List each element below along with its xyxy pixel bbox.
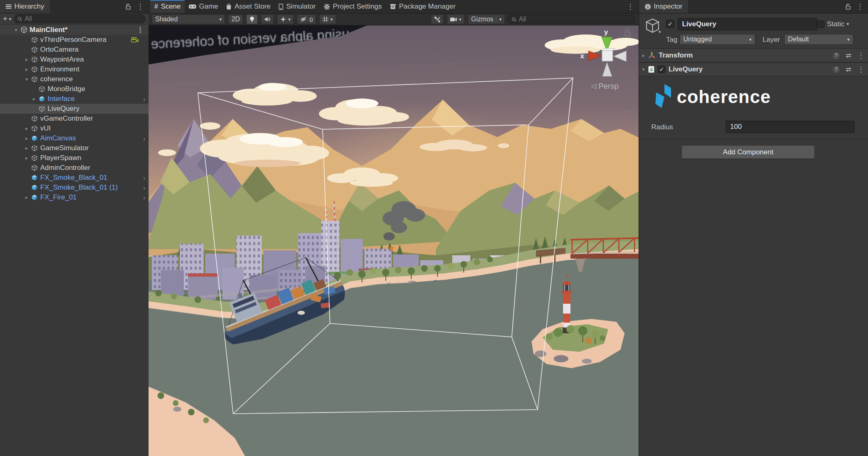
tag-dropdown[interactable]: Untagged▾ [680, 34, 755, 45]
hierarchy-item-vgamecontroller[interactable]: vGameController [0, 114, 149, 124]
foldout-expanded-icon[interactable]: ▾ [642, 66, 645, 72]
scene-lighting-button[interactable] [246, 14, 258, 24]
grid-caret-icon[interactable]: ▾ [330, 17, 333, 22]
radius-field[interactable] [726, 121, 854, 133]
prefab-chevron-icon[interactable]: › [143, 184, 145, 191]
tab-game[interactable]: Game [185, 0, 222, 13]
lock-icon[interactable] [126, 4, 131, 10]
component-enabled-checkbox[interactable]: ✓ [658, 66, 665, 73]
foldout-expanded-icon[interactable]: ▾ [12, 27, 20, 33]
toggle-2d-button[interactable]: 2D [228, 14, 243, 24]
prefab-chevron-icon[interactable]: › [143, 96, 145, 103]
hierarchy-menu-icon[interactable]: ⋮ [137, 2, 144, 11]
hierarchy-item-playerspawn[interactable]: ▸PlayerSpawn [0, 153, 149, 163]
hierarchy-panel: Hierarchy ⋮ + ▾ ▾MainClient*⋮vThirdPerso… [0, 0, 149, 456]
hierarchy-item-coherence[interactable]: ▾coherence [0, 74, 149, 84]
effects-caret-icon[interactable]: ▾ [288, 17, 291, 22]
inspector-menu-icon[interactable]: ⋮ [857, 2, 864, 11]
hierarchy-scene-mainclient[interactable]: ▾MainClient*⋮ [0, 25, 149, 35]
hierarchy-item-livequery[interactable]: LiveQuery [0, 104, 149, 114]
help-icon[interactable]: ? [833, 66, 840, 73]
axis-x-label[interactable]: x [580, 52, 584, 60]
add-gameobject-button[interactable]: + [3, 14, 7, 23]
foldout-collapsed-icon[interactable]: ▸ [23, 66, 30, 72]
presets-icon[interactable] [845, 67, 852, 72]
scene-3d-render: using alpha version of coherence [149, 25, 639, 456]
scene-menu-icon[interactable]: ⋮ [137, 25, 144, 34]
scene-search[interactable] [508, 15, 635, 24]
component-livequery-label: LiveQuery [669, 65, 703, 73]
scene-tabbar-menu-icon[interactable]: ⋮ [627, 2, 634, 11]
hierarchy-item-monobridge[interactable]: MonoBridge [0, 84, 149, 94]
foldout-collapsed-icon[interactable]: ▸ [23, 57, 30, 62]
hierarchy-item-ortocamera[interactable]: OrtoCamera [0, 45, 149, 55]
component-livequery-header[interactable]: ▾ # ✓ LiveQuery ? ⋮ [639, 62, 868, 76]
add-component-button[interactable]: Add Component [682, 145, 815, 159]
scene-effects-button[interactable]: ▾ [277, 14, 294, 24]
foldout-collapsed-icon[interactable]: ▸ [30, 96, 38, 102]
item-label: vGameController [40, 115, 93, 123]
scene-visibility-button[interactable]: 0 [297, 14, 316, 24]
hierarchy-item-admincontroller[interactable]: AdminController [0, 163, 149, 173]
foldout-expanded-icon[interactable]: ▾ [23, 76, 30, 82]
help-icon[interactable]: ? [833, 52, 840, 59]
tab-scene[interactable]: #Scene [150, 0, 185, 13]
component-menu-icon[interactable]: ⋮ [857, 65, 865, 74]
hierarchy-search[interactable] [14, 14, 145, 23]
hierarchy-item-aimcanvas[interactable]: ▸AimCanvas› [0, 133, 149, 143]
scene-grid-button[interactable]: ▾ [319, 14, 336, 24]
name-field[interactable] [678, 18, 817, 30]
foldout-collapsed-icon[interactable]: ▸ [23, 126, 30, 131]
gizmo-center-cube[interactable] [602, 50, 613, 61]
foldout-collapsed-icon[interactable]: ▸ [23, 155, 30, 161]
gameobject-icon-caret[interactable]: ▾ [659, 30, 661, 34]
scene-viewport[interactable]: using alpha version of coherence [149, 25, 639, 456]
hierarchy-item-fx-fire-01[interactable]: ▸FX_Fire_01› [0, 192, 149, 202]
prefab-chevron-icon[interactable]: › [143, 135, 145, 142]
tab-simulator[interactable]: Simulator [275, 0, 320, 13]
scene-camera-button[interactable]: ▾ [447, 14, 465, 24]
draw-mode-dropdown[interactable]: Shaded ▾ [152, 14, 225, 24]
component-transform-header[interactable]: ▸ Transform ? ⋮ [639, 48, 868, 62]
layer-dropdown[interactable]: Default▾ [784, 34, 853, 45]
scene-search-input[interactable] [518, 15, 632, 23]
component-menu-icon[interactable]: ⋮ [857, 51, 865, 60]
hierarchy-item-gamesimulator[interactable]: ▸GameSimulator [0, 143, 149, 153]
radius-label[interactable]: Radius [651, 123, 673, 131]
camera-caret-icon[interactable]: ▾ [459, 17, 462, 22]
persp-arrow-icon[interactable]: ◁ [591, 82, 597, 90]
add-gameobject-caret-icon[interactable]: ▾ [9, 16, 11, 22]
presets-icon[interactable] [845, 53, 852, 58]
tab-asset-store[interactable]: Asset Store [222, 0, 275, 13]
prefab-chevron-icon[interactable]: › [143, 174, 145, 181]
radius-input[interactable] [729, 122, 851, 131]
hierarchy-item-vui[interactable]: ▸vUI [0, 124, 149, 133]
tab-project-settings[interactable]: Project Settings [320, 0, 386, 13]
lock-icon[interactable] [845, 4, 851, 10]
foldout-collapsed-icon[interactable]: ▸ [23, 195, 30, 200]
static-caret-icon[interactable]: ▾ [847, 21, 849, 27]
hierarchy-item-fx-smoke-black-01[interactable]: FX_Smoke_Black_01› [0, 173, 149, 183]
foldout-collapsed-icon[interactable]: ▸ [23, 145, 30, 151]
scene-tools-button[interactable] [431, 14, 444, 24]
axis-y-label[interactable]: y [604, 28, 608, 36]
static-checkbox[interactable] [817, 21, 824, 28]
persp-label[interactable]: Persp [598, 82, 619, 90]
hierarchy-search-input[interactable] [24, 15, 142, 23]
scene-audio-button[interactable] [261, 14, 274, 24]
hierarchy-item-waypointarea[interactable]: ▸WaypointArea [0, 55, 149, 64]
name-input[interactable] [681, 20, 813, 29]
foldout-collapsed-icon[interactable]: ▸ [23, 135, 30, 141]
tab-package-manager[interactable]: Package Manager [386, 0, 460, 13]
foldout-collapsed-icon[interactable]: ▸ [642, 53, 645, 58]
gizmos-dropdown[interactable]: Gizmos |▾ [468, 14, 505, 24]
hierarchy-item-environment[interactable]: ▸Environment [0, 64, 149, 74]
gameobject-cube-icon [30, 145, 39, 151]
hierarchy-item-vthirdpersoncamera[interactable]: vThirdPersonCamera [0, 35, 149, 45]
tab-hierarchy[interactable]: Hierarchy [0, 0, 50, 13]
prefab-chevron-icon[interactable]: › [143, 194, 145, 201]
hierarchy-item-fx-smoke-black-01-1-[interactable]: FX_Smoke_Black_01 (1)› [0, 183, 149, 192]
active-checkbox[interactable]: ✓ [666, 20, 674, 28]
tab-inspector[interactable]: i Inspector [639, 0, 689, 13]
hierarchy-item-interface[interactable]: ▸Interface› [0, 94, 149, 104]
